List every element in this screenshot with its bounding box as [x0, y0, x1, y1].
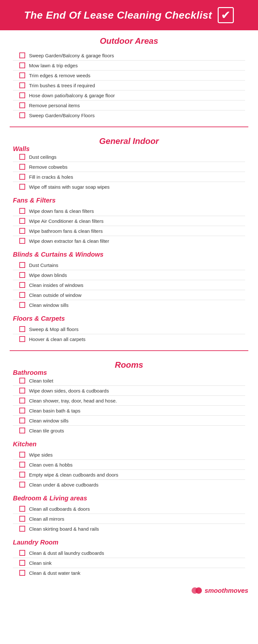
- checkbox[interactable]: [19, 326, 25, 332]
- checkbox[interactable]: [19, 262, 25, 268]
- checkbox[interactable]: [19, 154, 25, 160]
- checkbox[interactable]: [19, 82, 25, 88]
- checkbox[interactable]: [19, 408, 25, 413]
- checkbox[interactable]: [19, 462, 25, 468]
- checkbox[interactable]: [19, 218, 25, 224]
- rooms-section: Bathrooms Rooms Clean toiletWipe down si…: [0, 354, 258, 581]
- checklist-item-text: Remove cobwebs: [29, 164, 67, 170]
- checkbox[interactable]: [19, 516, 25, 522]
- checkbox[interactable]: [19, 238, 25, 244]
- checkbox[interactable]: [19, 112, 25, 118]
- checklist-item-text: Wipe down sides, doors & cudboards: [29, 388, 109, 393]
- checkmark-icon: ✔: [218, 7, 234, 23]
- checklist-item-text: Clean toilet: [29, 378, 53, 384]
- checkbox[interactable]: [19, 184, 25, 190]
- list-item: Dust Curtains: [13, 260, 245, 270]
- checkbox[interactable]: [19, 62, 25, 68]
- list-item: Wipe bathroom fans & clean filters: [13, 226, 245, 236]
- checkbox[interactable]: [19, 174, 25, 180]
- checkbox[interactable]: [19, 92, 25, 98]
- checkbox[interactable]: [19, 292, 25, 298]
- checkbox[interactable]: [19, 102, 25, 108]
- brand-name: smoothmoves: [204, 587, 248, 594]
- checklist-item-text: Remove personal items: [29, 103, 80, 108]
- brand-icon: [191, 585, 203, 596]
- fans-checklist: Wipe down fans & clean filtersWipe Air C…: [13, 206, 245, 246]
- checklist-item-text: Sweep Garden/Balcony Floors: [29, 113, 94, 118]
- checklist-item-text: Wipe off stains with sugar soap wipes: [29, 184, 110, 190]
- checkbox[interactable]: [19, 472, 25, 478]
- checkbox[interactable]: [19, 560, 25, 566]
- list-item: Wipe Air Conditioner & clean filters: [13, 216, 245, 226]
- list-item: Sweep Garden/Balcony & garage floors: [13, 51, 245, 61]
- checklist-item-text: Clean oven & hobbs: [29, 462, 73, 468]
- list-item: Wipe down extractor fan & clean filter: [13, 236, 245, 246]
- outdoor-checklist: Sweep Garden/Balcony & garage floorsMow …: [13, 51, 245, 120]
- checkbox[interactable]: [19, 208, 25, 214]
- checkbox[interactable]: [19, 418, 25, 423]
- walls-checklist: Dust ceilingsRemove cobwebsFill in crack…: [13, 152, 245, 192]
- checkbox[interactable]: [19, 398, 25, 403]
- outdoor-title: Outdoor Areas: [13, 36, 245, 46]
- checkbox[interactable]: [19, 388, 25, 393]
- checkbox[interactable]: [19, 482, 25, 488]
- checklist-item-text: Fill in cracks & holes: [29, 174, 73, 180]
- blinds-checklist: Dust CurtainsWipe down blindsClean insid…: [13, 260, 245, 310]
- list-item: Sweep & Mop all floors: [13, 324, 245, 334]
- list-item: Empty wipe & clean cudboards and doors: [13, 470, 245, 480]
- checkbox[interactable]: [19, 302, 25, 308]
- list-item: Wipe down fans & clean filters: [13, 206, 245, 216]
- checkbox[interactable]: [19, 164, 25, 170]
- checklist-item-text: Hose down patio/balcony & garage floor: [29, 93, 115, 98]
- checkbox[interactable]: [19, 282, 25, 288]
- list-item: Clean skirting board & hand rails: [13, 524, 245, 534]
- list-item: Wipe down sides, doors & cudboards: [13, 386, 245, 396]
- checkbox[interactable]: [19, 506, 25, 512]
- list-item: Clean outside of window: [13, 290, 245, 300]
- floors-title: Floors & Carpets: [13, 315, 245, 322]
- checklist-item-text: Hoover & clean all carpets: [29, 336, 85, 342]
- checklist-item-text: Clean skirting board & hand rails: [29, 526, 99, 532]
- checklist-item-text: Clean shower, tray, door, head and hose.: [29, 398, 117, 403]
- list-item: Clean insides of windows: [13, 280, 245, 290]
- checklist-item-text: Clean window sills: [29, 302, 69, 308]
- checkbox[interactable]: [19, 526, 25, 532]
- blinds-title: Blinds & Curtains & Windows: [13, 251, 245, 258]
- page-title: The End Of Lease Cleaning Checklist: [24, 9, 212, 21]
- divider-1: [10, 127, 248, 127]
- checkbox[interactable]: [19, 570, 25, 576]
- list-item: Remove cobwebs: [13, 162, 245, 172]
- checklist-item-text: Empty wipe & clean cudboards and doors: [29, 472, 118, 478]
- list-item: Fill in cracks & holes: [13, 172, 245, 182]
- list-item: Trim bushes & trees if required: [13, 80, 245, 90]
- bedroom-title: Bedroom & Living areas: [13, 495, 245, 502]
- checkbox[interactable]: [19, 336, 25, 342]
- fans-title: Fans & Filters: [13, 197, 245, 204]
- checkbox[interactable]: [19, 452, 25, 458]
- checklist-item-text: Clean all cudboards & doors: [29, 506, 90, 512]
- checkbox[interactable]: [19, 52, 25, 58]
- list-item: Wipe sides: [13, 450, 245, 460]
- list-item: Clean & dust water tank: [13, 568, 245, 578]
- checkbox[interactable]: [19, 428, 25, 433]
- list-item: Wipe down blinds: [13, 270, 245, 280]
- checklist-item-text: Clean tile grouts: [29, 428, 64, 433]
- list-item: Mow lawn & trip edges: [13, 61, 245, 71]
- general-indoor-title: General Indoor: [13, 136, 245, 146]
- checkbox[interactable]: [19, 72, 25, 78]
- checklist-item-text: Wipe bathroom fans & clean filters: [29, 228, 103, 234]
- checkbox[interactable]: [19, 378, 25, 384]
- list-item: Clean under & above cudboards: [13, 480, 245, 489]
- checkbox[interactable]: [19, 550, 25, 556]
- checkbox[interactable]: [19, 228, 25, 234]
- walls-title: Walls: [13, 145, 30, 152]
- floors-checklist: Sweep & Mop all floorsHoover & clean all…: [13, 324, 245, 344]
- checkbox[interactable]: [19, 272, 25, 278]
- checklist-item-text: Wipe sides: [29, 452, 53, 458]
- checklist-item-text: Wipe down fans & clean filters: [29, 208, 94, 214]
- checklist-item-text: Wipe down blinds: [29, 272, 67, 278]
- laundry-title: Laundry Room: [13, 539, 245, 546]
- checklist-item-text: Sweep Garden/Balcony & garage floors: [29, 53, 114, 58]
- list-item: Clean oven & hobbs: [13, 460, 245, 470]
- list-item: Clean shower, tray, door, head and hose.: [13, 396, 245, 406]
